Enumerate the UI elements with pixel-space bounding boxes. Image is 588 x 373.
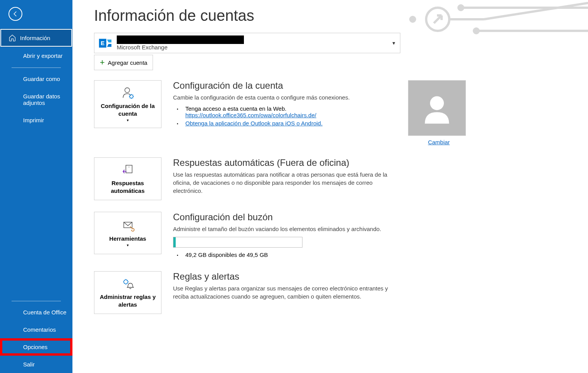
section-rules: Administrar reglas y alertas Reglas y al… bbox=[94, 271, 573, 314]
section-title: Configuración del buzón bbox=[173, 212, 396, 223]
sidebar-item-comentarios[interactable]: Comentarios bbox=[0, 321, 72, 338]
svg-rect-9 bbox=[126, 165, 132, 173]
sidebar-label: Imprimir bbox=[23, 117, 44, 123]
sidebar-item-cuenta-office[interactable]: Cuenta de Office bbox=[0, 304, 72, 321]
section-body: Reglas y alertas Use Reglas y alertas pa… bbox=[173, 271, 396, 300]
section-title: Respuestas automáticas (Fuera de oficina… bbox=[173, 157, 396, 168]
auto-replies-button[interactable]: Respuestas automáticas bbox=[94, 157, 161, 200]
svg-point-8 bbox=[430, 96, 444, 110]
svg-point-3 bbox=[474, 29, 479, 33]
spacer bbox=[0, 129, 72, 298]
button-label: Respuestas automáticas bbox=[97, 179, 158, 194]
section-mailbox: Herramientas ▾ Configuración del buzón A… bbox=[94, 212, 573, 260]
page-title: Información de cuentas bbox=[94, 7, 573, 24]
section-title: Configuración de la cuenta bbox=[173, 80, 396, 91]
home-icon bbox=[8, 34, 16, 42]
button-label: Administrar reglas y alertas bbox=[97, 293, 158, 308]
content-pane: Información de cuentas E Microsoft Excha… bbox=[72, 0, 588, 373]
bullet-mobile-app: Obtenga la aplicación de Outlook para iO… bbox=[173, 120, 396, 127]
account-type: Microsoft Exchange bbox=[117, 44, 388, 51]
sidebar-item-opciones[interactable]: Opciones bbox=[0, 338, 72, 356]
account-email-redacted bbox=[117, 35, 244, 44]
button-label: Herramientas bbox=[109, 235, 146, 243]
sidebar-label: Cuenta de Office bbox=[23, 309, 66, 316]
sidebar-item-informacion[interactable]: Información bbox=[0, 29, 72, 47]
dropdown-arrow-icon[interactable]: ▼ bbox=[391, 41, 396, 46]
plus-icon: + bbox=[100, 58, 105, 67]
sections: Configuración de la cuenta ▾ Configuraci… bbox=[94, 80, 573, 314]
section-description: Use las respuestas automáticas para noti… bbox=[173, 170, 396, 195]
sidebar-label: Comentarios bbox=[23, 326, 56, 333]
storage-progress-bar bbox=[173, 237, 302, 248]
change-photo-link[interactable]: Cambiar bbox=[428, 139, 450, 145]
sidebar-item-salir[interactable]: Salir bbox=[0, 356, 72, 373]
sidebar-label: Guardar datos adjuntos bbox=[23, 93, 68, 106]
sidebar-label: Salir bbox=[23, 361, 35, 368]
sidebar-label: Información bbox=[20, 35, 50, 41]
account-settings-button[interactable]: Configuración de la cuenta ▾ bbox=[94, 80, 161, 128]
svg-text:E: E bbox=[101, 39, 104, 46]
add-account-label: Agregar cuenta bbox=[108, 59, 148, 66]
chevron-down-icon: ▾ bbox=[127, 243, 129, 247]
tools-icon bbox=[121, 219, 135, 233]
back-button[interactable] bbox=[8, 7, 22, 21]
svg-point-6 bbox=[124, 88, 129, 93]
section-description: Use Reglas y alertas para organizar sus … bbox=[173, 284, 396, 300]
avatar-column: Cambiar bbox=[408, 80, 470, 146]
svg-point-10 bbox=[128, 167, 129, 167]
sidebar-item-guardar-como[interactable]: Guardar como bbox=[0, 70, 72, 88]
section-account-config: Configuración de la cuenta ▾ Configuraci… bbox=[94, 80, 573, 146]
section-body: Configuración del buzón Administre el ta… bbox=[173, 212, 396, 260]
section-title: Reglas y alertas bbox=[173, 271, 396, 282]
section-body: Configuración de la cuenta Cambie la con… bbox=[173, 80, 396, 128]
avatar-placeholder bbox=[408, 80, 466, 136]
account-selector[interactable]: E Microsoft Exchange ▼ bbox=[94, 33, 400, 53]
sidebar-item-guardar-adjuntos[interactable]: Guardar datos adjuntos bbox=[0, 88, 72, 111]
divider bbox=[12, 68, 61, 68]
section-auto-replies: Respuestas automáticas Respuestas automá… bbox=[94, 157, 573, 200]
account-info: Microsoft Exchange bbox=[117, 35, 388, 51]
button-label: Configuración de la cuenta bbox=[97, 102, 158, 117]
sidebar-item-imprimir[interactable]: Imprimir bbox=[0, 111, 72, 129]
backstage-sidebar: Información Abrir y exportar Guardar com… bbox=[0, 0, 72, 373]
divider bbox=[12, 301, 61, 301]
owa-link[interactable]: https://outlook.office365.com/owa/colorf… bbox=[185, 112, 316, 118]
progress-fill bbox=[173, 237, 176, 247]
rules-alerts-button[interactable]: Administrar reglas y alertas bbox=[94, 271, 161, 314]
rules-bell-icon bbox=[121, 277, 135, 291]
section-description: Administre el tamaño del buzón vaciando … bbox=[173, 225, 396, 233]
bullet-web-access: Tenga acceso a esta cuenta en la Web. ht… bbox=[173, 105, 396, 118]
section-body: Respuestas automáticas (Fuera de oficina… bbox=[173, 157, 396, 195]
user-gear-icon bbox=[121, 86, 135, 100]
sidebar-item-abrir-exportar[interactable]: Abrir y exportar bbox=[0, 47, 72, 64]
auto-reply-icon bbox=[121, 163, 135, 177]
tools-button[interactable]: Herramientas ▾ bbox=[94, 212, 161, 254]
exchange-icon: E bbox=[98, 36, 113, 51]
add-account-button[interactable]: + Agregar cuenta bbox=[94, 55, 153, 70]
sidebar-label: Guardar como bbox=[23, 76, 60, 82]
sidebar-label: Opciones bbox=[23, 344, 47, 350]
sidebar-label: Abrir y exportar bbox=[23, 52, 63, 59]
section-description: Cambie la configuración de esta cuenta o… bbox=[173, 93, 396, 101]
chevron-down-icon: ▾ bbox=[127, 118, 129, 122]
mobile-app-link[interactable]: Obtenga la aplicación de Outlook para iO… bbox=[185, 120, 323, 127]
storage-text: 49,2 GB disponibles de 49,5 GB bbox=[173, 251, 396, 258]
bullet-text: Tenga acceso a esta cuenta en la Web. bbox=[185, 105, 286, 112]
